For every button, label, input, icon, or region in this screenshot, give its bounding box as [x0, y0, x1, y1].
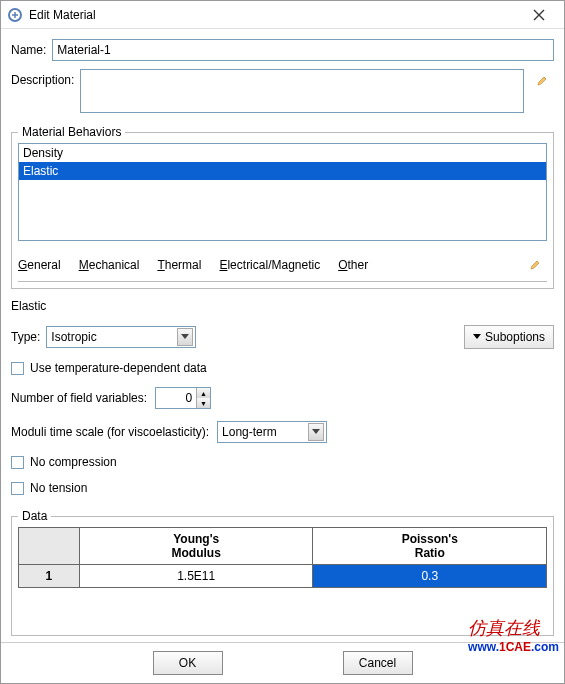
- row-number: 1: [19, 565, 80, 588]
- edit-material-dialog: Edit Material Name: Description: Materia…: [0, 0, 565, 684]
- triangle-down-icon: [473, 334, 481, 340]
- suboptions-button[interactable]: Suboptions: [464, 325, 554, 349]
- table-header-row: Young's Modulus Poisson's Ratio: [19, 528, 547, 565]
- name-input[interactable]: [52, 39, 554, 61]
- app-icon: [7, 7, 23, 23]
- col-poisson: Poisson's Ratio: [313, 528, 547, 565]
- temp-dependent-checkbox[interactable]: [11, 362, 24, 375]
- moduli-combo[interactable]: Long-term: [217, 421, 327, 443]
- window-title: Edit Material: [29, 8, 520, 22]
- data-table[interactable]: Young's Modulus Poisson's Ratio 1 1.5E11…: [18, 527, 547, 588]
- elastic-section-title: Elastic: [11, 299, 554, 313]
- moduli-label: Moduli time scale (for viscoelasticity):: [11, 425, 209, 439]
- pencil-icon: [529, 257, 541, 273]
- type-label: Type:: [11, 330, 40, 344]
- suboptions-label: Suboptions: [485, 330, 545, 344]
- spinner-up[interactable]: ▲: [196, 388, 210, 398]
- menu-thermal[interactable]: Thermal: [157, 258, 201, 272]
- edit-description-button[interactable]: [530, 69, 554, 93]
- field-vars-spinner[interactable]: 0 ▲ ▼: [155, 387, 211, 409]
- behavior-edit-button[interactable]: [523, 253, 547, 277]
- data-group: Data Young's Modulus Poisson's Ratio 1 1…: [11, 509, 554, 636]
- moduli-value: Long-term: [222, 425, 308, 439]
- close-button[interactable]: [520, 4, 558, 26]
- menu-electrical[interactable]: Electrical/Magnetic: [219, 258, 320, 272]
- ok-button[interactable]: OK: [153, 651, 223, 675]
- close-icon: [533, 9, 545, 21]
- description-label: Description:: [11, 73, 74, 87]
- material-behaviors-group: Material Behaviors Density Elastic Gener…: [11, 125, 554, 289]
- chevron-down-icon: [177, 328, 193, 346]
- col-youngs: Young's Modulus: [79, 528, 313, 565]
- pencil-icon: [536, 72, 548, 90]
- dialog-footer: OK Cancel: [1, 642, 564, 683]
- cell-poisson[interactable]: 0.3: [313, 565, 547, 588]
- behavior-list[interactable]: Density Elastic: [18, 143, 547, 241]
- behavior-item-elastic[interactable]: Elastic: [19, 162, 546, 180]
- type-combo[interactable]: Isotropic: [46, 326, 196, 348]
- no-compression-label: No compression: [30, 455, 117, 469]
- behavior-menu: General Mechanical Thermal Electrical/Ma…: [18, 247, 547, 282]
- data-legend: Data: [18, 509, 51, 523]
- cancel-button[interactable]: Cancel: [343, 651, 413, 675]
- table-row[interactable]: 1 1.5E11 0.3: [19, 565, 547, 588]
- description-input[interactable]: [80, 69, 524, 113]
- no-tension-label: No tension: [30, 481, 87, 495]
- behavior-item-density[interactable]: Density: [19, 144, 546, 162]
- cell-youngs[interactable]: 1.5E11: [79, 565, 313, 588]
- menu-general[interactable]: General: [18, 258, 61, 272]
- no-compression-checkbox[interactable]: [11, 456, 24, 469]
- type-value: Isotropic: [51, 330, 177, 344]
- spinner-down[interactable]: ▼: [196, 398, 210, 408]
- no-tension-checkbox[interactable]: [11, 482, 24, 495]
- temp-dependent-label: Use temperature-dependent data: [30, 361, 207, 375]
- field-vars-label: Number of field variables:: [11, 391, 147, 405]
- titlebar[interactable]: Edit Material: [1, 1, 564, 29]
- name-label: Name:: [11, 43, 46, 57]
- material-behaviors-legend: Material Behaviors: [18, 125, 125, 139]
- menu-other[interactable]: Other: [338, 258, 368, 272]
- field-vars-value: 0: [156, 391, 196, 405]
- menu-mechanical[interactable]: Mechanical: [79, 258, 140, 272]
- chevron-down-icon: [308, 423, 324, 441]
